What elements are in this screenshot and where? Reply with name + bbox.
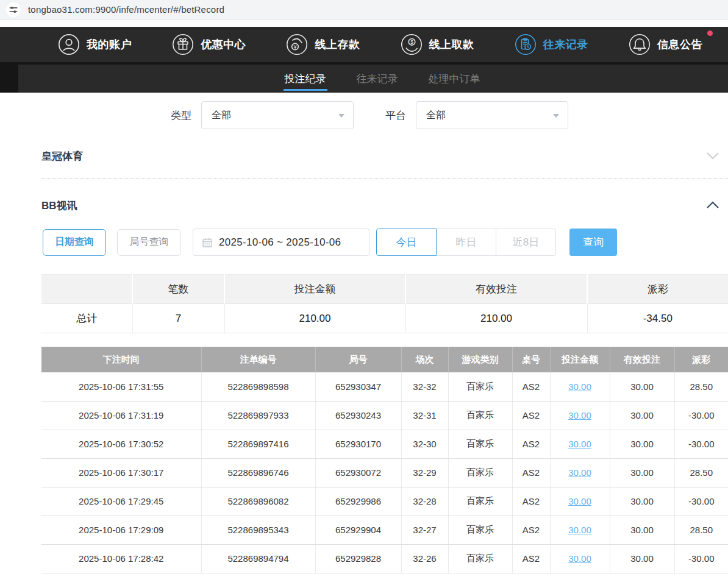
records-col-header: 注单编号 [201, 347, 315, 372]
records-col-header: 派彩 [674, 347, 728, 372]
record-cell: 32-27 [401, 516, 448, 544]
summary-bet-amount: 210.00 [224, 304, 405, 333]
bet-amount-link[interactable]: 30.00 [568, 496, 591, 506]
records-header-row: 下注时间注单编号局号场次游戏类别桌号投注金额有效投注派彩 [41, 347, 728, 372]
date-range-input[interactable]: 2025-10-06 ~ 2025-10-06 [193, 229, 369, 256]
record-cell: AS2 [512, 458, 550, 487]
type-select[interactable]: 全部 [201, 101, 354, 129]
record-cell: 百家乐 [448, 430, 512, 458]
section-crown-sports[interactable]: 皇冠体育 [41, 149, 728, 163]
type-filter-label: 类型 [171, 108, 191, 122]
nav-item-withdraw[interactable]: $ 线上取款 [401, 34, 474, 55]
round-query-button[interactable]: 局号查询 [117, 229, 181, 256]
record-cell: 30.00 [610, 458, 674, 487]
record-cell: 30.00 [550, 372, 610, 401]
record-cell: 522869894794 [201, 544, 315, 573]
quick-date-group: 今日 昨日 近8日 [376, 229, 556, 256]
bet-amount-link[interactable]: 30.00 [568, 410, 591, 420]
record-cell: AS2 [512, 516, 550, 544]
yesterday-button[interactable]: 昨日 [436, 229, 496, 256]
record-cell: 652930243 [315, 401, 401, 430]
tab-pending-orders[interactable]: 处理中订单 [427, 65, 482, 93]
nav-item-my-account[interactable]: 我的账户 [58, 34, 132, 55]
platform-select-value: 全部 [426, 109, 446, 122]
summary-payout: -34.50 [587, 304, 728, 333]
url-text[interactable]: tongbao31.com:9900/infe/mcenter/#/betRec… [28, 4, 224, 15]
today-button[interactable]: 今日 [376, 229, 437, 256]
nav-item-promotions[interactable]: 优惠中心 [172, 34, 246, 55]
record-cell: 32-30 [401, 430, 448, 458]
record-cell: 652930347 [315, 372, 401, 401]
record-row: 2025-10-06 17:29:09522869895343652929904… [41, 516, 728, 544]
bet-amount-link[interactable]: 30.00 [568, 381, 591, 392]
section-bb-live[interactable]: BB视讯 [41, 199, 728, 213]
records-col-header: 游戏类别 [448, 347, 512, 372]
last8days-button[interactable]: 近8日 [496, 229, 556, 256]
svg-text:¥: ¥ [293, 44, 297, 50]
record-row: 2025-10-06 17:29:45522869896082652929986… [41, 487, 728, 516]
record-cell: 2025-10-06 17:29:45 [41, 487, 201, 516]
record-row: 2025-10-06 17:31:19522869897933652930243… [41, 401, 728, 430]
record-cell: 652929828 [315, 544, 401, 573]
summary-header-row: 笔数 投注金额 有效投注 派彩 [41, 275, 728, 304]
record-cell: 28.50 [674, 372, 728, 401]
search-button[interactable]: 查询 [569, 229, 617, 256]
record-cell: -30.00 [674, 430, 728, 458]
record-cell: 32-32 [401, 372, 448, 401]
calendar-icon [202, 237, 213, 248]
record-cell: 百家乐 [448, 516, 512, 544]
nav-label: 线上取款 [429, 37, 474, 52]
record-cell: 522869897933 [201, 401, 315, 430]
tab-transaction-record[interactable]: 往来记录 [355, 65, 399, 93]
notification-badge [707, 30, 713, 36]
chevron-down-icon[interactable] [706, 151, 719, 162]
chevron-down-icon [553, 114, 559, 118]
record-cell: 652930072 [315, 458, 401, 487]
record-cell: 2025-10-06 17:28:42 [41, 544, 201, 573]
record-cell: 522869897416 [201, 430, 315, 458]
record-cell: -30.00 [674, 401, 728, 430]
nav-item-announcements[interactable]: 信息公告 [629, 34, 702, 55]
bet-amount-link[interactable]: 30.00 [568, 525, 591, 535]
record-cell: 522869895343 [201, 516, 315, 544]
record-row: 2025-10-06 17:30:52522869897416652930170… [41, 430, 728, 458]
date-query-button[interactable]: 日期查询 [43, 229, 106, 256]
bet-amount-link[interactable]: 30.00 [568, 439, 591, 449]
bet-amount-link[interactable]: 30.00 [568, 467, 591, 478]
record-row: 2025-10-06 17:31:55522869898598652930347… [41, 372, 728, 401]
record-cell: 30.00 [550, 430, 610, 458]
record-cell: 百家乐 [448, 458, 512, 487]
site-settings-icon[interactable] [6, 2, 21, 17]
main-nav: 我的账户 优惠中心 ¥ 线上存款 $ [0, 27, 728, 62]
record-cell: 30.00 [610, 430, 674, 458]
record-cell: 652929904 [315, 516, 401, 544]
chevron-up-icon[interactable] [706, 200, 719, 211]
record-cell: 30.00 [610, 516, 674, 544]
bet-amount-link[interactable]: 30.00 [568, 553, 591, 564]
record-cell: 百家乐 [448, 372, 512, 401]
record-cell: AS2 [512, 487, 550, 516]
nav-item-deposit[interactable]: ¥ 线上存款 [286, 34, 360, 55]
summary-total-label: 总计 [41, 304, 132, 333]
tab-bet-record[interactable]: 投注纪录 [284, 65, 327, 93]
record-cell: -30.00 [674, 544, 728, 573]
record-cell: 30.00 [610, 487, 674, 516]
record-cell: AS2 [512, 401, 550, 430]
summary-valid-bet: 210.00 [405, 304, 587, 333]
summary-col-header [41, 275, 132, 304]
nav-label: 信息公告 [657, 37, 702, 52]
nav-item-transaction-records[interactable]: 往来记录 [515, 34, 588, 55]
records-col-header: 下注时间 [41, 347, 201, 372]
record-row: 2025-10-06 17:28:42522869894794652929828… [41, 544, 728, 573]
site-header: 我的账户 优惠中心 ¥ 线上存款 $ [0, 27, 728, 93]
nav-label: 往来记录 [543, 37, 588, 52]
records-col-header: 场次 [401, 347, 448, 372]
svg-text:$: $ [410, 39, 413, 45]
record-cell: -30.00 [674, 487, 728, 516]
summary-col-header: 投注金额 [224, 275, 405, 304]
record-cell: 百家乐 [448, 544, 512, 573]
record-row: 2025-10-06 17:30:17522869896746652930072… [41, 458, 728, 487]
platform-select[interactable]: 全部 [416, 101, 568, 129]
summary-col-header: 派彩 [587, 275, 728, 304]
query-toolbar: 日期查询 局号查询 2025-10-06 ~ 2025-10-06 今日 昨日 [41, 229, 728, 256]
